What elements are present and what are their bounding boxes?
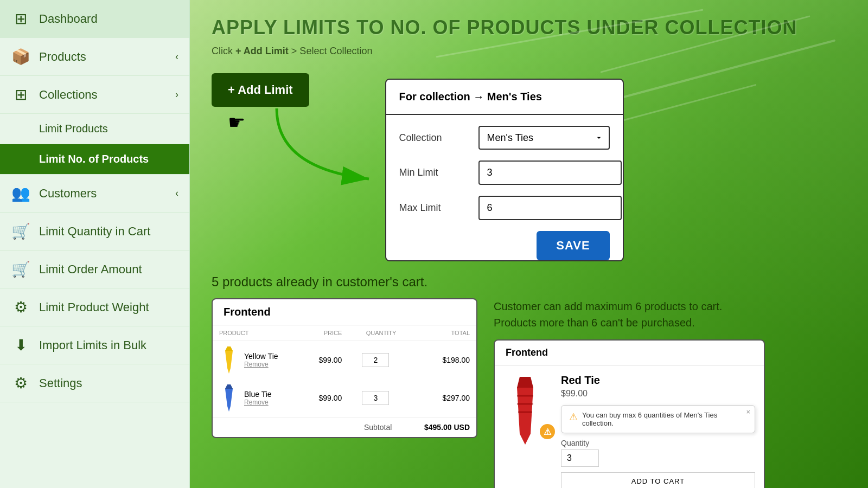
product-price: $99.00 <box>561 389 755 399</box>
max-limit-input[interactable] <box>478 196 622 220</box>
sidebar-item-collections[interactable]: ⊞ Collections › <box>0 76 189 114</box>
sidebar-item-label: Import Limits in Bulk <box>39 338 146 352</box>
sidebar-sub-label: Limit Products <box>39 123 108 135</box>
subtitle-suffix: > Select Collection <box>291 46 373 56</box>
collections-icon: ⊞ <box>11 86 30 104</box>
sidebar-active-label: Limit No. of Products <box>39 153 149 165</box>
svg-marker-2 <box>225 346 233 351</box>
sidebar: ⊞ Dashboard 📦 Products ‹ ⊞ Collections ›… <box>0 0 190 488</box>
subtotal-row: Subtotal $495.00 USD <box>213 418 476 438</box>
product-panel-header: Frontend <box>495 341 764 365</box>
col-qty: QUANTITY <box>348 325 403 341</box>
product-price: $99.00 <box>303 379 348 418</box>
min-limit-input[interactable] <box>478 160 622 185</box>
sidebar-item-limit-products[interactable]: Limit Products <box>0 114 189 144</box>
frontend-panel-header: Frontend <box>213 299 476 325</box>
min-limit-row: Min Limit <box>399 160 610 185</box>
product-total: $297.00 <box>403 379 476 418</box>
product-price: $99.00 <box>303 341 348 380</box>
order-icon: 🛒 <box>11 260 30 278</box>
sidebar-item-label: Customers <box>39 187 97 201</box>
subtotal-label: Subtotal <box>213 418 403 438</box>
sidebar-item-label: Limit Quantity in Cart <box>39 224 150 239</box>
quantity-label: Quantity <box>561 439 755 447</box>
table-row: Yellow Tie Remove $99.00 2 $198.00 <box>213 341 476 380</box>
product-details: Red Tie $99.00 ⚠ You can buy max 6 quant… <box>561 374 755 488</box>
remove-link[interactable]: Remove <box>244 399 272 406</box>
yellow-tie-thumb <box>219 346 239 374</box>
add-limit-section: + Add Limit ☛ <box>212 73 309 134</box>
remove-link[interactable]: Remove <box>244 361 278 368</box>
main-content: APPLY LIMITS TO NO. OF PRODUCTS UNDER CO… <box>190 0 868 488</box>
sidebar-item-label: Limit Order Amount <box>39 262 142 277</box>
product-detail-panel: Frontend <box>494 339 765 488</box>
sidebar-item-customers[interactable]: 👥 Customers ‹ <box>0 175 189 213</box>
sidebar-item-dashboard[interactable]: ⊞ Dashboard <box>0 0 189 38</box>
dashboard-icon: ⊞ <box>11 10 30 28</box>
top-row: + Add Limit ☛ For collection → Men's Tie… <box>212 73 846 261</box>
svg-marker-6 <box>517 377 533 388</box>
import-icon: ⬇ <box>11 336 30 354</box>
quantity-input[interactable] <box>561 450 599 467</box>
product-name: Yellow Tie <box>244 352 278 361</box>
collection-row: Collection Men's Ties <box>399 126 610 150</box>
subtitle-prefix: Click <box>212 46 233 56</box>
collection-select[interactable]: Men's Ties <box>478 126 610 150</box>
sidebar-item-import[interactable]: ⬇ Import Limits in Bulk <box>0 326 189 364</box>
form-card-body: Collection Men's Ties Min Limit Max Limi… <box>386 115 623 242</box>
sidebar-item-label: Dashboard <box>39 12 98 26</box>
sidebar-item-label: Collections <box>39 88 98 102</box>
qty-display: 3 <box>362 391 389 405</box>
right-info: Customer can add maximum 6 products to c… <box>494 298 846 488</box>
warning-badge: ⚠ <box>540 424 555 439</box>
sidebar-item-limit-order[interactable]: 🛒 Limit Order Amount <box>0 251 189 288</box>
add-to-cart-button[interactable]: ADD TO CART <box>561 472 755 488</box>
weight-icon: ⚙ <box>11 298 30 316</box>
frontend-cart-panel: Frontend PRODUCT PRICE QUANTITY TOTAL <box>212 298 477 438</box>
chevron-icon: ‹ <box>175 51 178 62</box>
bottom-panels: Frontend PRODUCT PRICE QUANTITY TOTAL <box>212 298 846 488</box>
sidebar-item-label: Limit Product Weight <box>39 300 149 314</box>
sidebar-item-settings[interactable]: ⚙ Settings <box>0 364 189 402</box>
products-count-text: 5 products already in customer's cart. <box>212 274 846 290</box>
products-icon: 📦 <box>11 48 30 66</box>
col-total: TOTAL <box>403 325 476 341</box>
settings-icon: ⚙ <box>11 374 30 392</box>
sidebar-item-limit-no-products[interactable]: Limit No. of Products <box>0 144 189 175</box>
cart-icon: 🛒 <box>11 222 30 240</box>
product-total: $198.00 <box>403 341 476 380</box>
min-limit-label: Min Limit <box>399 167 470 178</box>
customers-icon: 👥 <box>11 184 30 202</box>
table-row: Blue Tie Remove $99.00 3 $297.00 <box>213 379 476 418</box>
col-price: PRICE <box>303 325 348 341</box>
subtitle: Click + Add Limit > Select Collection <box>212 46 846 57</box>
svg-marker-4 <box>225 384 233 389</box>
sidebar-item-limit-qty[interactable]: 🛒 Limit Quantity in Cart <box>0 213 189 251</box>
cart-table: PRODUCT PRICE QUANTITY TOTAL <box>213 325 476 437</box>
product-name: Red Tie <box>561 374 755 387</box>
subtitle-button-text: + Add Limit <box>235 46 291 56</box>
max-limit-row: Max Limit <box>399 196 610 220</box>
max-limit-label: Max Limit <box>399 202 470 214</box>
sidebar-item-products[interactable]: 📦 Products ‹ <box>0 38 189 76</box>
collection-label: Collection <box>399 132 470 144</box>
chevron-icon: › <box>175 89 178 100</box>
panel-header-label: Frontend <box>506 347 548 358</box>
sidebar-item-label: Settings <box>39 376 82 390</box>
cursor-hand-icon: ☛ <box>228 111 245 134</box>
save-button[interactable]: SAVE <box>537 231 609 260</box>
blue-tie-thumb <box>219 384 239 412</box>
col-product: PRODUCT <box>213 325 303 341</box>
collection-form-card: For collection → Men's Ties Collection M… <box>385 79 624 261</box>
close-tooltip-button[interactable]: × <box>746 408 750 416</box>
warning-tooltip: ⚠ You can buy max 6 quantities of Men's … <box>561 405 755 433</box>
sidebar-item-limit-weight[interactable]: ⚙ Limit Product Weight <box>0 288 189 326</box>
add-limit-button[interactable]: + Add Limit <box>212 73 309 107</box>
chevron-icon: ‹ <box>175 188 178 199</box>
arrow-decoration <box>244 103 396 201</box>
qty-display: 2 <box>362 353 389 367</box>
form-header-text: For collection → Men's Ties <box>399 91 542 103</box>
product-panel-body: ⚠ Red Tie $99.00 ⚠ You can buy max 6 qua… <box>495 365 764 488</box>
sidebar-item-label: Products <box>39 50 86 64</box>
page-title: APPLY LIMITS TO NO. OF PRODUCTS UNDER CO… <box>212 16 846 39</box>
